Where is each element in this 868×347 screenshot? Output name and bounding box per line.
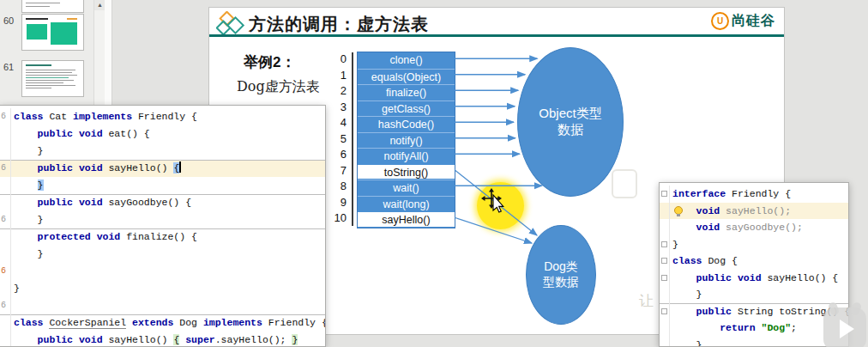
vtable-cell[interactable]: notify() xyxy=(358,132,455,149)
code-line[interactable]: } xyxy=(0,143,325,160)
vtable-cell[interactable]: wait(long) xyxy=(358,196,455,212)
code-line[interactable]: } xyxy=(0,280,325,297)
gutter: 6 xyxy=(0,160,11,177)
vtable-cell[interactable]: clone() xyxy=(358,52,455,69)
gutter xyxy=(0,332,11,347)
vtable-index-column: 012345678910 xyxy=(322,52,347,227)
code-line[interactable]: interface Friendly { xyxy=(660,186,848,203)
code-line[interactable]: void sayHello(); xyxy=(660,203,848,220)
slide-title-diamond-icon xyxy=(216,11,245,37)
brand-logo: U 尚硅谷 xyxy=(711,12,775,30)
vtable-index: 7 xyxy=(322,163,347,180)
code-line[interactable]: public void sayHello() { super.sayHello(… xyxy=(0,332,325,347)
vtable-cell[interactable]: wait() xyxy=(358,180,455,196)
thumbnail-slide-61[interactable] xyxy=(21,60,84,97)
code-line[interactable]: protected void finalize() { xyxy=(0,228,325,246)
code-line[interactable]: public String toString() { xyxy=(660,303,848,320)
left-code-editor[interactable]: 6class Cat implements Friendly { public … xyxy=(0,105,326,347)
dog-ellipse-label: 型数据 xyxy=(543,275,579,290)
vtable-subtitle: Dog虚方法表 xyxy=(237,78,320,96)
vtable-index: 6 xyxy=(322,147,347,163)
thumbnail-content xyxy=(26,64,51,66)
code-line[interactable]: 6 } xyxy=(0,211,325,228)
presenter-spotlight xyxy=(477,182,524,229)
example-label: 举例2： xyxy=(244,52,295,72)
thumbnail-content xyxy=(51,22,77,45)
vtable-cell[interactable]: hashCode() xyxy=(358,116,455,132)
code-line[interactable]: } xyxy=(660,286,848,303)
brand-u-icon: U xyxy=(711,12,729,30)
code-line[interactable]: 6 xyxy=(0,263,325,280)
gutter xyxy=(660,286,670,303)
object-type-data-ellipse[interactable]: Object类型 数据 xyxy=(517,47,624,197)
code-line[interactable]: } xyxy=(0,177,325,194)
gutter xyxy=(660,203,670,220)
fold-marker-icon[interactable] xyxy=(661,241,667,247)
gutter xyxy=(0,143,11,160)
vtable-cell[interactable]: getClass() xyxy=(358,100,455,117)
vtable-cell[interactable]: finalize() xyxy=(358,84,455,100)
lightbulb-icon[interactable] xyxy=(674,206,683,215)
thumbnail-slide-partial[interactable] xyxy=(21,0,84,13)
title-divider xyxy=(209,34,784,37)
vtable[interactable]: clone()equals(Object)finalize()getClass(… xyxy=(357,52,455,228)
vtable-index: 9 xyxy=(322,195,347,211)
code-line[interactable]: 6 public void sayHello() { xyxy=(0,160,325,177)
code-line[interactable]: public void sayGoodbye() { xyxy=(0,194,325,211)
vtable-cell[interactable]: equals(Object) xyxy=(358,69,455,85)
thumbnail-content xyxy=(27,24,47,40)
vtable-cell[interactable]: notifyAll() xyxy=(358,148,455,164)
text-caret xyxy=(179,161,181,173)
gutter xyxy=(0,125,11,143)
code-line[interactable]: public void eat() { xyxy=(0,125,325,143)
fold-marker-icon[interactable] xyxy=(661,308,667,314)
vtable-index: 3 xyxy=(322,100,347,116)
code-line[interactable]: } xyxy=(0,246,325,263)
code-line[interactable]: class CockerSpaniel extends Dog implemen… xyxy=(0,314,325,332)
dog-type-data-ellipse[interactable]: Dog类 型数据 xyxy=(526,225,596,325)
fold-marker-icon[interactable] xyxy=(661,191,667,197)
gutter xyxy=(660,320,670,337)
code-line[interactable]: void sayGoodbye(); xyxy=(660,219,848,236)
code-line[interactable]: } xyxy=(660,337,848,347)
gutter xyxy=(660,337,670,347)
video-play-button[interactable] xyxy=(823,307,866,347)
gutter: 6 xyxy=(0,297,11,314)
vtable-cell[interactable]: toString() xyxy=(358,164,455,180)
right-code-editor[interactable]: interface Friendly { void sayHello(); vo… xyxy=(659,182,849,347)
gutter xyxy=(0,194,11,211)
code-line[interactable]: class Dog { xyxy=(660,253,848,270)
code-line[interactable]: return "Dog"; xyxy=(660,320,848,337)
watermark-text: 让 xyxy=(639,291,654,311)
vtable-index: 2 xyxy=(322,83,347,100)
gutter: 6 xyxy=(0,263,11,280)
object-ellipse-label: 数据 xyxy=(558,122,583,138)
vtable-index: 5 xyxy=(322,131,347,148)
code-line[interactable]: 6 xyxy=(0,297,325,314)
code-line[interactable]: public void sayHello() { xyxy=(660,270,848,287)
thumbnail-content xyxy=(26,6,50,7)
vtable-cell[interactable]: sayHello() xyxy=(358,211,455,228)
object-ellipse-label: Object类型 xyxy=(539,106,601,122)
code-line[interactable]: } xyxy=(660,236,848,253)
gutter xyxy=(660,219,670,236)
slide-number-61: 61 xyxy=(3,62,19,72)
play-icon xyxy=(840,320,854,338)
vtable-index: 10 xyxy=(322,210,347,227)
gutter xyxy=(0,177,11,194)
dog-ellipse-label: Dog类 xyxy=(544,259,578,275)
gutter: 6 xyxy=(0,211,11,228)
vtable-index: 4 xyxy=(322,115,347,131)
code-line[interactable]: 6class Cat implements Friendly { xyxy=(0,108,325,125)
slide-number-60: 60 xyxy=(3,15,19,26)
gutter xyxy=(0,314,11,332)
fold-marker-icon[interactable] xyxy=(661,258,667,264)
vtable-index: 0 xyxy=(322,52,347,68)
fold-marker-icon[interactable] xyxy=(661,275,667,281)
slide-title: 方法的调用：虚方法表 xyxy=(249,13,429,36)
vtable-index: 1 xyxy=(322,68,347,84)
thumbnail-slide-60[interactable] xyxy=(21,14,84,51)
thumbnail-content xyxy=(67,18,77,20)
gutter xyxy=(0,280,11,297)
vtable-left-bar xyxy=(352,52,353,226)
